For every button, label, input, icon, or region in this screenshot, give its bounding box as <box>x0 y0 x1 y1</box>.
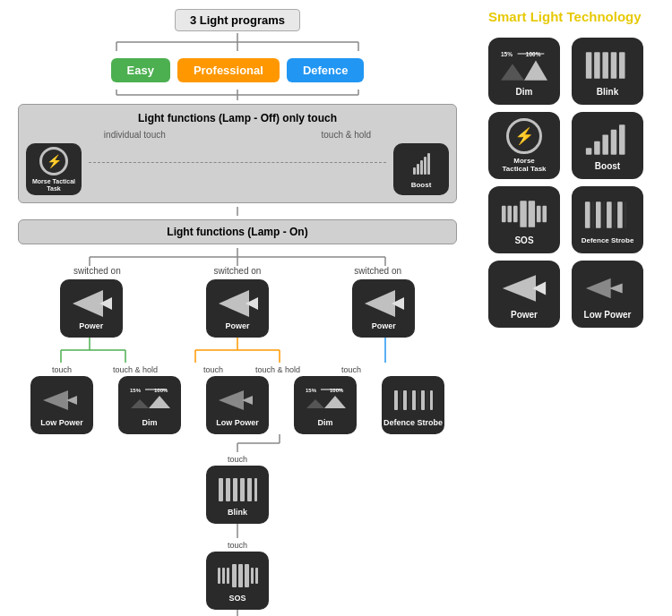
hold-touch-label: touch & hold <box>322 130 372 140</box>
svg-marker-16 <box>73 290 103 317</box>
right-title: Smart Light Technology <box>488 9 642 24</box>
switched-on-1: switched on <box>73 266 121 276</box>
touch-lp1: touch <box>52 365 72 374</box>
power-node-3: Power <box>352 279 415 338</box>
svg-rect-101 <box>542 205 547 222</box>
svg-rect-93 <box>611 129 617 154</box>
right-power-icon: Power <box>488 261 560 328</box>
power-icon-1: Power <box>60 279 123 338</box>
right-blink-label: Blink <box>597 87 618 97</box>
svg-rect-95 <box>502 205 506 222</box>
right-morse-label: MorseTactical Task <box>502 158 546 174</box>
defence-button[interactable]: Defence <box>287 58 365 82</box>
blink-icon-chain: Blink <box>206 466 269 524</box>
svg-rect-45 <box>394 390 398 410</box>
boost-off-icon: Boost <box>393 143 449 195</box>
svg-rect-71 <box>255 568 258 584</box>
svg-rect-87 <box>602 52 608 79</box>
svg-rect-67 <box>232 564 237 587</box>
svg-text:15%: 15% <box>130 388 142 393</box>
svg-rect-46 <box>400 390 401 410</box>
program-buttons: Easy Professional Defence <box>0 58 475 82</box>
touch-dim1: touch & hold <box>113 365 158 374</box>
svg-marker-31 <box>43 390 68 410</box>
right-boost-icon: Boost <box>572 112 643 179</box>
professional-button[interactable]: Professional <box>177 58 280 82</box>
dim-icon-1: 15% 100% Dim <box>118 376 181 434</box>
svg-rect-53 <box>430 390 433 410</box>
touch-dim2: touch & hold <box>255 365 300 374</box>
svg-rect-107 <box>614 201 616 228</box>
power-row: Power Power <box>0 279 475 338</box>
svg-rect-64 <box>218 568 220 584</box>
right-lowpower-icon: Low Power <box>572 261 643 328</box>
svg-rect-60 <box>240 478 245 501</box>
defence-strobe-icon: Defence Strobe <box>382 376 444 434</box>
power-label-3: Power <box>372 321 396 330</box>
svg-marker-18 <box>219 290 249 317</box>
svg-marker-112 <box>586 278 611 297</box>
svg-rect-52 <box>426 390 428 410</box>
svg-marker-36 <box>131 399 149 408</box>
svg-rect-51 <box>421 390 425 410</box>
svg-rect-58 <box>226 478 230 501</box>
blink-chain-label: Blink <box>228 508 247 517</box>
svg-text:100%: 100% <box>154 388 168 393</box>
svg-text:15%: 15% <box>501 50 513 56</box>
dim-label-1: Dim <box>142 418 157 427</box>
defence-strobe-node: Defence Strobe <box>382 376 444 434</box>
right-grid: 15% 100% Dim <box>488 38 648 328</box>
blink-chain: Blink <box>0 466 475 524</box>
sos-icon-chain: SOS <box>206 552 269 610</box>
lamp-off-title: Light functions (Lamp - Off) only touch <box>26 112 449 124</box>
touch-sos: touch <box>228 541 247 550</box>
svg-rect-47 <box>403 390 407 410</box>
dim-icon-2: 15% 100% Dim <box>294 376 357 434</box>
svg-rect-99 <box>529 201 535 227</box>
svg-rect-109 <box>625 201 627 228</box>
svg-rect-68 <box>238 564 243 587</box>
lamp-off-box: Light functions (Lamp - Off) only touch … <box>18 104 457 203</box>
right-morse-icon: ⚡ MorseTactical Task <box>488 112 560 179</box>
power-label-1: Power <box>79 321 103 330</box>
svg-marker-20 <box>365 290 395 317</box>
svg-rect-86 <box>594 52 600 79</box>
svg-rect-103 <box>591 201 594 228</box>
right-blink-icon: Blink <box>572 38 643 105</box>
lamp-on-box: Light functions (Lamp - On) <box>18 219 457 244</box>
lp-label-2: Low Power <box>216 418 259 427</box>
sos-chain-label: SOS <box>228 594 246 603</box>
svg-rect-100 <box>537 205 541 222</box>
sub-icons-row: Low Power 15% 100% Dim <box>0 376 475 434</box>
svg-rect-88 <box>611 52 617 79</box>
lamp-on-title: Light functions (Lamp - On) <box>167 226 307 238</box>
svg-rect-61 <box>247 478 252 501</box>
svg-marker-43 <box>306 399 324 408</box>
svg-rect-89 <box>619 52 625 79</box>
defence-strobe-label: Defence Strobe <box>383 418 443 427</box>
right-power-label: Power <box>511 310 538 320</box>
touch-blink: touch <box>228 455 247 464</box>
svg-marker-84 <box>524 60 547 80</box>
power-icon-2: Power <box>206 279 269 338</box>
svg-text:100%: 100% <box>330 388 344 393</box>
svg-rect-50 <box>418 390 419 410</box>
svg-rect-105 <box>602 201 605 228</box>
sos-chain: SOS <box>0 552 475 610</box>
svg-rect-108 <box>617 201 623 228</box>
svg-marker-37 <box>149 396 170 408</box>
boost-off-label: Boost <box>411 181 432 189</box>
right-boost-label: Boost <box>595 161 620 171</box>
lp-label-1: Low Power <box>40 418 83 427</box>
low-power-icon-2: Low Power <box>206 376 269 434</box>
power-icon-3: Power <box>352 279 415 338</box>
svg-rect-91 <box>594 141 600 154</box>
power-node-2: Power <box>206 279 269 338</box>
svg-rect-90 <box>586 148 592 154</box>
right-defence-icon: Defence Strobe <box>572 186 643 253</box>
right-panel: Smart Light Technology 15% 100% Dim <box>475 0 672 616</box>
svg-rect-96 <box>507 205 512 222</box>
easy-button[interactable]: Easy <box>111 58 170 82</box>
svg-rect-94 <box>619 124 625 154</box>
right-sos-icon: SOS <box>488 186 560 253</box>
